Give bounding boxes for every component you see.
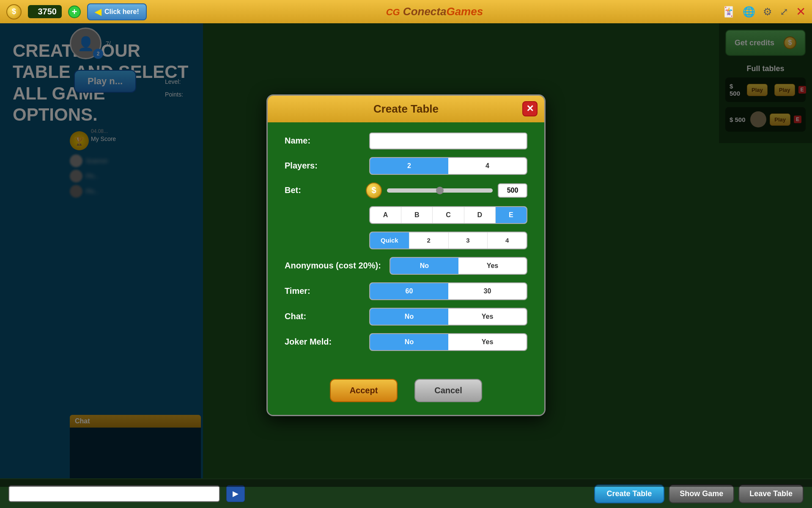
bet-row: Bet: $ 500 [285,182,527,199]
joker-yes[interactable]: Yes [448,334,527,350]
bet-label: Bet: [285,185,361,195]
modal-body: Name: Players: 2 4 Bet: $ 500 [268,122,544,369]
send-button[interactable]: ▶ [226,485,245,502]
chat-no[interactable]: No [370,309,448,325]
quick-option-quick[interactable]: Quick [370,232,409,248]
chat-yes[interactable]: Yes [448,309,527,325]
settings-icon[interactable]: ⚙ [763,6,772,18]
bottom-buttons: Create Table Show Game Leave Table [594,484,804,503]
accept-button[interactable]: Accept [330,379,398,402]
timer-60[interactable]: 60 [370,283,448,299]
close-icon[interactable]: ✕ [796,5,806,19]
bet-coin-icon: $ [366,182,382,199]
anonymous-no[interactable]: No [390,258,458,274]
players-toggle-group: 2 4 [369,157,527,175]
quick-option-4[interactable]: 4 [488,232,527,248]
bet-slider[interactable] [387,188,493,193]
joker-label: Joker Meld: [285,337,361,347]
fullscreen-icon[interactable]: ⤢ [780,6,788,18]
chat-label: Chat: [285,312,361,321]
credits-display: 3750 [28,5,62,18]
level-b[interactable]: B [401,207,433,223]
players-option-2[interactable]: 2 [370,158,448,174]
quick-option-3[interactable]: 3 [449,232,488,248]
create-table-button[interactable]: Create Table [594,484,665,503]
chat-input-wrap [8,485,220,502]
modal-footer: Accept Cancel [268,369,544,415]
anonymous-yes[interactable]: Yes [458,258,527,274]
modal-title: Create Table [373,102,439,116]
chat-toggle: No Yes [369,308,527,326]
cancel-button[interactable]: Cancel [414,379,482,402]
quick-row: Quick 2 3 4 [285,232,527,249]
arrow-icon: ◀ [95,7,101,17]
name-label: Name: [285,136,361,146]
level-row: A B C D E [285,206,527,224]
click-here-label: Click here! [104,8,139,16]
joker-no[interactable]: No [370,334,448,350]
cards-icon[interactable]: 🃏 [722,6,735,18]
create-table-modal: Create Table ✕ Name: Players: 2 4 Bet: $ [266,94,546,416]
top-icons: 🃏 🌐 ⚙ ⤢ ✕ [722,5,806,19]
players-row: Players: 2 4 [285,157,527,175]
players-option-4[interactable]: 4 [448,158,527,174]
anonymous-label: Anonymous (cost 20%): [285,261,381,271]
players-label: Players: [285,161,361,171]
top-bar: $ 3750 + ◀ Click here! CG ConectaGames 🃏… [0,0,812,23]
level-c[interactable]: C [433,207,464,223]
language-icon[interactable]: 🌐 [743,6,755,18]
name-row: Name: [285,133,527,149]
main-area: CREATE YOUR TABLE AND SELECT ALL GAME OP… [0,23,812,487]
joker-toggle: No Yes [369,333,527,351]
name-input[interactable] [369,133,527,149]
modal-close-button[interactable]: ✕ [522,101,538,116]
level-group: A B C D E [369,206,527,224]
joker-row: Joker Meld: No Yes [285,333,527,351]
timer-row: Timer: 60 30 [285,282,527,300]
modal-header: Create Table ✕ [268,96,544,122]
anonymous-toggle: No Yes [390,257,527,275]
timer-30[interactable]: 30 [448,283,527,299]
level-e[interactable]: E [496,207,527,223]
leave-table-button[interactable]: Leave Table [738,484,804,503]
quick-group: Quick 2 3 4 [369,232,527,249]
click-here-button[interactable]: ◀ Click here! [87,3,147,20]
timer-label: Timer: [285,286,361,296]
add-credits-button[interactable]: + [68,6,81,18]
level-a[interactable]: A [370,207,401,223]
show-game-button[interactable]: Show Game [669,484,734,503]
chat-input[interactable] [8,485,220,502]
level-d[interactable]: D [464,207,496,223]
timer-toggle: 60 30 [369,282,527,300]
quick-option-2[interactable]: 2 [409,232,449,248]
bet-slider-wrap [387,188,493,193]
bet-value: 500 [498,183,527,198]
coin-icon: $ [6,4,22,19]
chat-row: Chat: No Yes [285,308,527,326]
logo: CG ConectaGames [153,5,716,18]
anonymous-row: Anonymous (cost 20%): No Yes [285,257,527,275]
